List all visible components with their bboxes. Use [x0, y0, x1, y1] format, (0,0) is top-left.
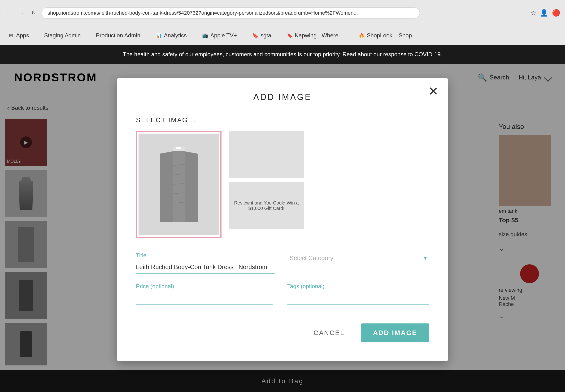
analytics-label: Analytics — [164, 32, 187, 39]
add-image-button[interactable]: ADD IMAGE — [361, 323, 429, 342]
modal-overlay: ✕ ADD IMAGE SELECT IMAGE: — [0, 64, 565, 392]
tab-apps[interactable]: ⊞ Apps — [5, 30, 32, 41]
back-button[interactable]: ← — [5, 9, 13, 17]
star-icon[interactable]: ☆ — [530, 9, 536, 17]
modal-actions: CANCEL ADD IMAGE — [136, 323, 429, 342]
add-image-modal: ✕ ADD IMAGE SELECT IMAGE: — [117, 78, 448, 361]
tags-field: Tags (optional) — [287, 283, 429, 305]
image-option-2-bottom[interactable]: Review it and You Could Win a $1,000 Gif… — [229, 182, 304, 229]
url-bar[interactable] — [41, 7, 420, 19]
staging-admin-label: Staging Admin — [44, 32, 81, 39]
page-background: NORDSTROM 🔍 Search Hi, Laya ‹ Back to re… — [0, 64, 565, 392]
tabs-bar: ⊞ Apps Staging Admin Production Admin 📊 … — [0, 26, 565, 45]
tab-sgta[interactable]: 🔖 sgta — [249, 30, 274, 41]
tab-shoplook[interactable]: 🔥 ShopLook – Shop... — [355, 30, 419, 41]
forward-button[interactable]: → — [17, 9, 26, 17]
covid-link[interactable]: our response — [373, 51, 407, 57]
price-input[interactable] — [136, 292, 273, 305]
tab-apps-label: Apps — [16, 32, 29, 39]
browser-nav: ← → ↻ — [5, 7, 530, 19]
price-field: Price (optional) — [136, 283, 273, 305]
browser-icons: ☆ 👤 🔴 — [530, 9, 560, 17]
tab-apple-tv[interactable]: 📺 Apple TV+ — [199, 30, 240, 41]
modal-title: ADD IMAGE — [136, 92, 429, 102]
shoplook-icon: 🔥 — [358, 32, 365, 39]
tab-analytics[interactable]: 📊 Analytics — [153, 30, 190, 41]
dress-svg — [160, 147, 198, 222]
sgta-icon: 🔖 — [252, 32, 259, 39]
category-select[interactable]: Select Category — [289, 252, 429, 264]
svg-marker-1 — [160, 151, 173, 222]
image-option-2-top[interactable] — [229, 131, 304, 178]
modal-close-button[interactable]: ✕ — [428, 85, 439, 98]
browser-chrome: ← → ↻ ☆ 👤 🔴 — [0, 0, 565, 26]
profile-icon-2[interactable]: 🔴 — [552, 9, 560, 17]
apple-tv-label: Apple TV+ — [210, 32, 237, 39]
cancel-button[interactable]: CANCEL — [304, 324, 354, 341]
kapwing-icon: 🔖 — [286, 32, 293, 39]
apple-tv-icon: 📺 — [202, 32, 208, 39]
svg-marker-2 — [185, 151, 198, 222]
form-title-category-row: Title Select Category — [136, 252, 429, 274]
select-image-label: SELECT IMAGE: — [136, 116, 429, 124]
shoplook-label: ShopLook – Shop... — [367, 32, 416, 39]
tab-staging-admin[interactable]: Staging Admin — [41, 30, 84, 41]
image-option-1[interactable] — [136, 131, 221, 238]
sgta-label: sgta — [261, 32, 271, 39]
image-option-side: Review it and You Could Win a $1,000 Gif… — [229, 131, 304, 229]
image-option-2-text: Review it and You Could Win a $1,000 Gif… — [232, 200, 301, 211]
svg-rect-9 — [176, 147, 181, 149]
price-label: Price (optional) — [136, 283, 273, 290]
covid-banner: The health and safety of our employees, … — [0, 45, 565, 64]
apps-icon: ⊞ — [8, 32, 14, 39]
image-option-1-preview — [138, 134, 219, 235]
tags-label: Tags (optional) — [287, 283, 429, 290]
category-select-wrapper: Select Category — [289, 252, 429, 264]
analytics-icon: 📊 — [155, 32, 162, 39]
image-selection-grid: Review it and You Could Win a $1,000 Gif… — [136, 131, 429, 238]
tags-input[interactable] — [287, 292, 429, 305]
title-label: Title — [136, 252, 276, 259]
tab-kapwing[interactable]: 🔖 Kapwing - Where... — [283, 30, 346, 41]
covid-suffix: to COVID-19. — [408, 51, 442, 57]
svg-rect-3 — [173, 151, 185, 222]
production-admin-label: Production Admin — [96, 32, 140, 39]
title-input[interactable] — [136, 261, 276, 274]
refresh-button[interactable]: ↻ — [29, 9, 38, 17]
title-field: Title — [136, 252, 276, 274]
kapwing-label: Kapwing - Where... — [295, 32, 343, 39]
tab-production-admin[interactable]: Production Admin — [93, 30, 143, 41]
covid-text: The health and safety of our employees, … — [123, 51, 341, 57]
form-price-tags-row: Price (optional) Tags (optional) — [136, 283, 429, 305]
profile-icon-1[interactable]: 👤 — [540, 9, 548, 17]
